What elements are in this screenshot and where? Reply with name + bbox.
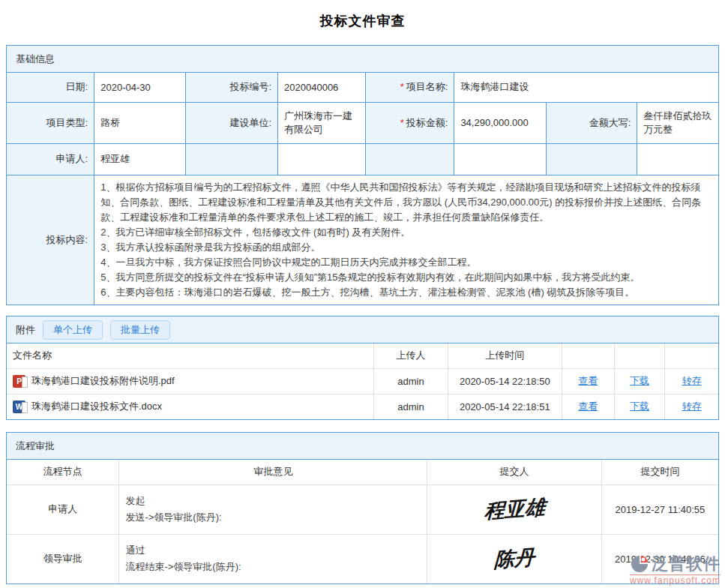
flow-node: 领导审批	[7, 534, 119, 584]
construction-unit-value: 广州珠海市一建有限公司	[278, 102, 366, 143]
amount-words-value: 叁仟肆佰贰拾玖万元整	[637, 102, 718, 143]
download-link[interactable]: 下载	[630, 375, 649, 386]
download-link[interactable]: 下载	[630, 400, 649, 412]
single-upload-button[interactable]: 单个上传	[43, 320, 103, 340]
opinion-line: 通过	[125, 542, 421, 559]
file-upload-time: 2020-05-14 22:18:50	[448, 368, 562, 394]
approval-section: 流程审批 流程节点 审批意见 提交人 提交时间 申请人 发起 发送->领导审批(…	[6, 432, 719, 584]
basic-info-section-header: 基础信息	[7, 46, 718, 73]
attachments-table: 文件名称 上传人 上传时间 P 珠海鹤港口建设投标附件说明.pdf admin …	[7, 344, 718, 419]
pdf-file-icon: P	[13, 375, 25, 388]
word-file-icon: W	[13, 400, 25, 413]
file-uploader: admin	[374, 394, 448, 419]
empty-label-cell	[546, 143, 637, 175]
basic-info-table: 日期: 2020-04-30 投标编号: 2020040006 *项目名称: 珠…	[7, 73, 718, 304]
file-name-cell: W 珠海鹤港口建设投标文件.docx	[7, 394, 374, 419]
approval-section-header: 流程审批	[7, 433, 718, 460]
fanpu-watermark: 泛普软件 www.fanpusoft.com	[630, 555, 721, 585]
approval-row: 领导审批 通过 流程结束->领导审批(陈丹): 陈丹 2019-12-30 10…	[7, 534, 718, 584]
date-label: 日期:	[7, 73, 94, 102]
signature: 陈丹	[494, 544, 535, 574]
project-name-label-text: 项目名称:	[406, 81, 448, 92]
view-link[interactable]: 查看	[578, 375, 598, 386]
col-file-name: 文件名称	[7, 344, 374, 368]
empty-value-cell	[454, 143, 546, 175]
bid-content-line: 6、主要内容包括：珠海港口的岩石爆破、挖一般土方、挖沟槽、基坑土方、灌注桩检测管…	[100, 285, 712, 300]
approval-opinion: 通过 流程结束->领导审批(陈丹):	[119, 534, 427, 584]
col-action-download	[614, 344, 664, 368]
bid-amount-label-text: 投标金额:	[406, 117, 448, 128]
date-value: 2020-04-30	[94, 73, 185, 102]
construction-unit-label: 建设单位:	[185, 102, 277, 143]
approval-row: 申请人 发起 发送->领导审批(陈丹): 程亚雄 2019-12-27 11:4…	[7, 484, 718, 534]
page-title: 投标文件审查	[6, 12, 719, 30]
approval-opinion: 发起 发送->领导审批(陈丹):	[119, 484, 427, 534]
opinion-line: 流程结束->领导审批(陈丹):	[125, 559, 421, 575]
project-name-value: 珠海鹤港口建设	[454, 73, 718, 102]
file-upload-time: 2020-05-14 22:18:51	[448, 394, 562, 419]
col-action-transfer	[665, 344, 718, 368]
project-type-label: 项目类型:	[7, 102, 94, 143]
required-asterisk: *	[400, 81, 404, 92]
page: 投标文件审查 基础信息 日期: 2020-04-30 投标编号: 2020040…	[0, 0, 725, 588]
submitter-cell: 程亚雄	[427, 484, 602, 534]
basic-info-section: 基础信息 日期: 2020-04-30 投标编号: 2020040006 *项目…	[6, 45, 719, 305]
project-name-label: *项目名称:	[365, 73, 454, 102]
submitter-cell: 陈丹	[427, 534, 602, 584]
col-approval-opinion: 审批意见	[119, 460, 427, 484]
file-name-cell: P 珠海鹤港口建设投标附件说明.pdf	[7, 368, 374, 394]
bid-content-line: 1、根据你方招标项目编号为的工程招标文件，遵照《中华人民共和国招投标法》等有关规…	[100, 180, 712, 225]
col-submit-time: 提交时间	[601, 460, 718, 484]
project-type-value: 路桥	[94, 102, 185, 143]
brand-name: 泛普软件	[652, 556, 721, 572]
col-submitter: 提交人	[427, 460, 602, 484]
signature: 程亚雄	[484, 494, 545, 525]
bid-content-line: 2、我方已详细审核全部招标文件，包括修改文件 (如有时) 及有关附件。	[100, 225, 712, 240]
approval-section-title: 流程审批	[16, 440, 55, 453]
required-asterisk: *	[400, 117, 404, 128]
file-name[interactable]: 珠海鹤港口建设投标文件.docx	[31, 400, 162, 413]
col-action-view	[562, 344, 614, 368]
empty-value-cell	[637, 143, 718, 175]
attachment-row: P 珠海鹤港口建设投标附件说明.pdf admin 2020-05-14 22:…	[7, 368, 718, 394]
attachments-section: 附件 单个上传 批量上传 文件名称 上传人 上传时间 P 珠	[6, 316, 719, 420]
empty-label-cell	[365, 143, 454, 175]
fanpu-logo-icon	[631, 555, 650, 573]
bid-amount-value: 34,290,000.000	[454, 102, 546, 143]
opinion-line: 发送->领导审批(陈丹):	[125, 509, 421, 526]
amount-words-label: 金额大写:	[546, 102, 637, 143]
opinion-line: 发起	[125, 493, 421, 509]
col-flow-node: 流程节点	[7, 460, 119, 484]
bid-content-line: 5、我方同意所提交的投标文件在“投标申请人须知”第15条规定的投标有效期内有效，…	[100, 270, 712, 285]
flow-node: 申请人	[7, 484, 119, 534]
bid-content-line: 4、一旦我方中标，我方保证按照合同协议中规定的工期日历天内完成并移交全部工程。	[100, 255, 712, 270]
attachment-row: W 珠海鹤港口建设投标文件.docx admin 2020-05-14 22:1…	[7, 394, 718, 419]
applicant-label: 申请人:	[7, 143, 94, 175]
bid-no-label: 投标编号:	[185, 73, 277, 102]
submit-time: 2019-12-27 11:40:55	[601, 484, 718, 534]
file-name[interactable]: 珠海鹤港口建设投标附件说明.pdf	[31, 374, 175, 388]
file-uploader: admin	[374, 368, 448, 394]
bid-amount-label: *投标金额:	[365, 102, 454, 143]
bid-content-label: 投标内容:	[7, 175, 94, 304]
view-link[interactable]: 查看	[578, 400, 598, 412]
transfer-link[interactable]: 转存	[682, 375, 702, 386]
attachments-section-header: 附件 单个上传 批量上传	[7, 316, 718, 344]
attachments-section-title: 附件	[16, 323, 35, 337]
brand-url: www.fanpusoft.com	[630, 574, 721, 585]
col-uploader: 上传人	[374, 344, 448, 368]
approval-table: 流程节点 审批意见 提交人 提交时间 申请人 发起 发送->领导审批(陈丹): …	[7, 460, 718, 584]
bid-content-line: 3、我方承认投标函附录是我方投标函的组成部分。	[100, 240, 712, 255]
col-upload-time: 上传时间	[448, 344, 562, 368]
empty-value-cell	[278, 143, 366, 175]
applicant-value: 程亚雄	[94, 143, 185, 175]
bid-no-value: 2020040006	[278, 73, 366, 102]
bid-content-value: 1、根据你方招标项目编号为的工程招标文件，遵照《中华人民共和国招投标法》等有关规…	[94, 175, 718, 304]
basic-info-section-title: 基础信息	[16, 52, 55, 66]
batch-upload-button[interactable]: 批量上传	[110, 320, 170, 340]
transfer-link[interactable]: 转存	[682, 400, 702, 412]
empty-label-cell	[185, 143, 277, 175]
